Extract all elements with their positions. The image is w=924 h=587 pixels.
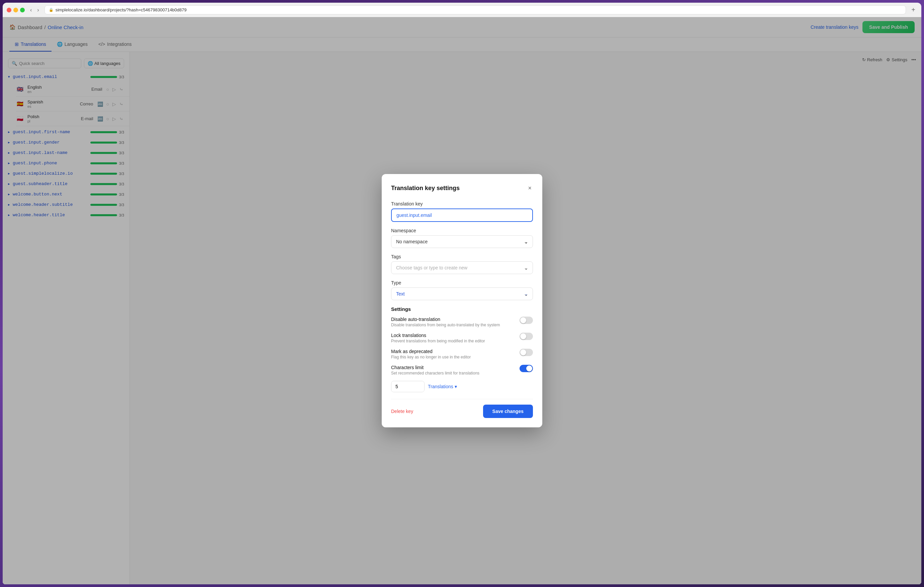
modal-footer: Delete key Save changes xyxy=(391,399,533,418)
forward-button[interactable]: › xyxy=(35,7,41,14)
lock-translations-row: Lock translations Prevent translations f… xyxy=(391,332,533,343)
traffic-lights xyxy=(7,8,25,12)
chevron-down-icon-tags: ⌄ xyxy=(524,265,528,270)
namespace-select-wrapper: No namespace ⌄ xyxy=(391,235,533,248)
modal-title: Translation key settings xyxy=(391,185,460,192)
chars-limit-row: Characters limit Set recommended charact… xyxy=(391,365,533,375)
address-bar[interactable]: 🔒 simplelocalize.io/dashboard/projects/?… xyxy=(45,5,906,14)
lock-translations-desc: Prevent translations from being modified… xyxy=(391,339,515,343)
translation-key-input[interactable] xyxy=(391,208,533,222)
tags-field-group: Tags Choose tags or type to create new ⌄ xyxy=(391,254,533,274)
save-changes-button[interactable]: Save changes xyxy=(483,405,533,418)
nav-buttons: ‹ › xyxy=(28,7,41,14)
type-select[interactable]: Text ⌄ xyxy=(391,288,533,300)
lock-icon: 🔒 xyxy=(49,8,53,12)
type-label: Type xyxy=(391,280,533,286)
new-tab-button[interactable]: + xyxy=(909,5,917,14)
namespace-field-group: Namespace No namespace ⌄ xyxy=(391,228,533,248)
settings-section-title: Settings xyxy=(391,306,533,312)
chars-limit-name: Characters limit xyxy=(391,365,515,370)
modal-close-button[interactable]: × xyxy=(526,184,533,193)
lock-translations-toggle[interactable] xyxy=(520,332,533,340)
namespace-select[interactable]: No namespace ⌄ xyxy=(391,235,533,248)
type-field-group: Type Text ⌄ xyxy=(391,280,533,300)
mark-deprecated-info: Mark as deprecated Flag this key as no l… xyxy=(391,349,515,359)
fullscreen-traffic-light[interactable] xyxy=(20,8,25,12)
browser-chrome: ‹ › 🔒 simplelocalize.io/dashboard/projec… xyxy=(3,3,921,17)
lock-translations-info: Lock translations Prevent translations f… xyxy=(391,332,515,343)
tags-label: Tags xyxy=(391,254,533,260)
disable-auto-translation-row: Disable auto-translation Disable transla… xyxy=(391,317,533,327)
chevron-down-icon: ⌄ xyxy=(524,239,528,244)
chars-limit-input-wrapper: ▲ ▼ xyxy=(391,381,424,392)
chevron-down-icon-trans: ▾ xyxy=(455,384,457,389)
translations-dropdown-button[interactable]: Translations ▾ xyxy=(428,384,457,389)
settings-section: Settings Disable auto-translation Disabl… xyxy=(391,306,533,392)
modal-header: Translation key settings × xyxy=(391,184,533,193)
chevron-down-icon-type: ⌄ xyxy=(524,291,528,296)
close-traffic-light[interactable] xyxy=(7,8,12,12)
lock-translations-name: Lock translations xyxy=(391,332,515,338)
chars-limit-info: Characters limit Set recommended charact… xyxy=(391,365,515,375)
mark-deprecated-desc: Flag this key as no longer in use in the… xyxy=(391,355,515,359)
chars-limit-input-row: ▲ ▼ Translations ▾ xyxy=(391,381,533,392)
translation-key-settings-modal: Translation key settings × Translation k… xyxy=(382,174,542,427)
translation-key-label: Translation key xyxy=(391,201,533,207)
minimize-traffic-light[interactable] xyxy=(13,8,18,12)
delete-key-button[interactable]: Delete key xyxy=(391,408,413,414)
namespace-label: Namespace xyxy=(391,228,533,233)
chars-limit-toggle[interactable] xyxy=(520,365,533,372)
mark-deprecated-toggle[interactable] xyxy=(520,349,533,356)
disable-auto-translation-name: Disable auto-translation xyxy=(391,317,515,322)
chars-limit-desc: Set recommended characters limit for tra… xyxy=(391,371,515,375)
mark-deprecated-name: Mark as deprecated xyxy=(391,349,515,354)
modal-overlay: Translation key settings × Translation k… xyxy=(3,17,921,584)
back-button[interactable]: ‹ xyxy=(28,7,34,14)
mark-deprecated-row: Mark as deprecated Flag this key as no l… xyxy=(391,349,533,359)
type-select-wrapper: Text ⌄ xyxy=(391,288,533,300)
disable-auto-translation-desc: Disable translations from being auto-tra… xyxy=(391,322,515,327)
url-text: simplelocalize.io/dashboard/projects/?ha… xyxy=(56,7,186,12)
translation-key-field-group: Translation key xyxy=(391,201,533,222)
chars-limit-input[interactable] xyxy=(391,381,424,392)
tags-select[interactable]: Choose tags or type to create new ⌄ xyxy=(391,261,533,274)
disable-auto-translation-info: Disable auto-translation Disable transla… xyxy=(391,317,515,327)
app-container: 🏠 Dashboard / Online Check-in Create tra… xyxy=(3,17,921,584)
disable-auto-translation-toggle[interactable] xyxy=(520,317,533,324)
tags-select-wrapper: Choose tags or type to create new ⌄ xyxy=(391,261,533,274)
